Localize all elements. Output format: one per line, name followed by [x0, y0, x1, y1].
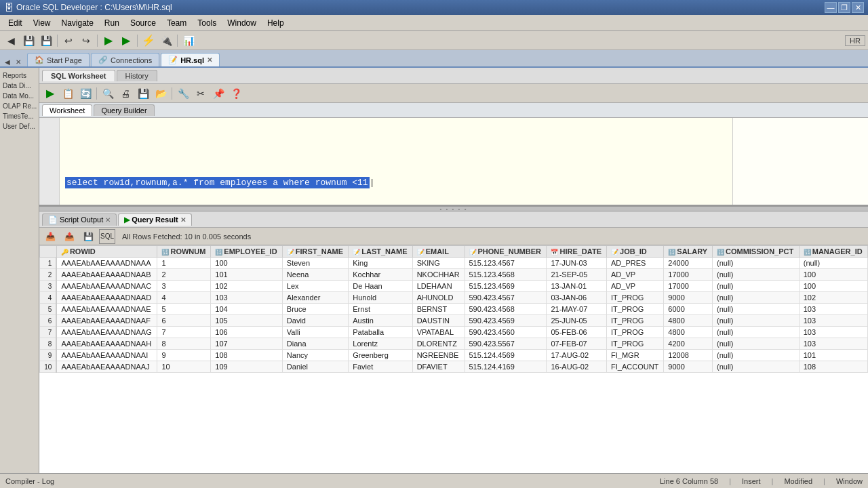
- sidebar-item-datadic[interactable]: Data Di...: [1, 81, 39, 91]
- minimize-button[interactable]: —: [825, 2, 837, 13]
- tab-sql-worksheet[interactable]: SQL Worksheet: [42, 70, 115, 81]
- editor-line-3: [65, 145, 727, 156]
- tab-scroll-left[interactable]: ◀: [3, 57, 12, 66]
- table-cell: Austin: [349, 315, 412, 327]
- col-empid-header[interactable]: 🔢EMPLOYEE_ID: [211, 246, 283, 258]
- restore-button[interactable]: ❐: [838, 2, 850, 13]
- query-result-close[interactable]: ✕: [180, 216, 186, 224]
- inner-tab-worksheet[interactable]: Worksheet: [42, 104, 92, 116]
- sql-clear[interactable]: 🖨: [117, 86, 134, 101]
- sql-help[interactable]: ❓: [228, 86, 244, 101]
- hr-sql-close[interactable]: ✕: [207, 56, 212, 64]
- sidebar-item-timesten[interactable]: TimesTe...: [1, 111, 39, 121]
- toolbar-run2[interactable]: ▶: [118, 33, 134, 48]
- table-cell: 102: [211, 281, 283, 292]
- sql-editor[interactable]: select rowid,rownum,a.* from employees a…: [60, 118, 732, 205]
- tab-nav-buttons: ◀ ✕: [3, 57, 23, 66]
- col-firstname-header[interactable]: 📝FIRST_NAME: [282, 246, 348, 258]
- toolbar-redo[interactable]: ↪: [78, 33, 94, 48]
- toolbar-undo[interactable]: ↩: [60, 33, 77, 48]
- sidebar-item-reports[interactable]: Reports: [1, 70, 39, 81]
- sql-auto-trace[interactable]: ✂: [193, 86, 209, 101]
- table-cell: 515.124.4569: [465, 350, 547, 361]
- compiler-log-tab[interactable]: Compiler - Log: [5, 477, 54, 485]
- table-cell: Bruce: [282, 304, 348, 315]
- table-cell: 4: [157, 292, 211, 304]
- output-sql[interactable]: SQL: [99, 229, 115, 244]
- sql-run-btn[interactable]: ▶: [42, 86, 58, 101]
- toolbar-back[interactable]: ◀: [3, 33, 19, 48]
- table-cell: DFAVIET: [412, 361, 465, 373]
- window-controls[interactable]: — ❐ ✕: [825, 2, 864, 13]
- menu-team[interactable]: Team: [161, 17, 192, 29]
- col-lastname-header[interactable]: 📝LAST_NAME: [349, 246, 412, 258]
- sql-explain[interactable]: 🔧: [175, 86, 191, 101]
- table-header-row: 🔑ROWID 🔢ROWNUM 🔢EMPLOYEE_ID 📝FIRST_NAME …: [40, 246, 868, 258]
- col-managerid-header[interactable]: 🔢MANAGER_ID: [799, 246, 867, 258]
- output-export[interactable]: 📤: [61, 229, 77, 244]
- output-freeze[interactable]: 📥: [42, 229, 58, 244]
- tab-script-output[interactable]: 📄 Script Output ✕: [42, 214, 117, 226]
- menu-source[interactable]: Source: [125, 17, 161, 29]
- toolbar-connect2[interactable]: 🔌: [158, 33, 174, 48]
- sidebar-item-userdef[interactable]: User Def...: [1, 121, 39, 131]
- sep4: [177, 35, 178, 47]
- col-commission-header[interactable]: 🔢COMMISSION_PCT: [712, 246, 799, 258]
- table-cell: 590.423.4568: [465, 304, 547, 315]
- menu-navigate[interactable]: Navigate: [56, 17, 98, 29]
- table-cell: (null): [712, 315, 799, 327]
- row-number: 5: [40, 304, 57, 315]
- connection-badge[interactable]: HR: [845, 35, 865, 46]
- toolbar-reports[interactable]: 📊: [180, 33, 197, 48]
- table-cell: 109: [211, 361, 283, 373]
- col-email-header[interactable]: 📝EMAIL: [412, 246, 465, 258]
- sql-save[interactable]: 💾: [135, 86, 151, 101]
- menu-edit[interactable]: Edit: [3, 17, 28, 29]
- col-phone-header[interactable]: 📝PHONE_NUMBER: [465, 246, 547, 258]
- toolbar-save2[interactable]: 💾: [38, 33, 54, 48]
- status-left: Compiler - Log: [5, 477, 54, 485]
- tab-query-result[interactable]: ▶ Query Result ✕: [118, 214, 191, 226]
- col-rownum-header: [40, 246, 57, 258]
- col-rowid-header[interactable]: 🔑ROWID: [56, 246, 157, 258]
- menu-tools[interactable]: Tools: [192, 17, 222, 29]
- sql-history[interactable]: 📌: [210, 86, 226, 101]
- table-cell: 03-JAN-06: [547, 292, 607, 304]
- menu-help[interactable]: Help: [262, 17, 290, 29]
- tab-history[interactable]: History: [117, 70, 157, 81]
- toolbar-save[interactable]: 💾: [20, 33, 37, 48]
- table-cell: 4800: [664, 315, 713, 327]
- col-salary-header[interactable]: 🔢SALARY: [664, 246, 713, 258]
- table-cell: 103: [799, 315, 867, 327]
- col-hiredate-header[interactable]: 📅HIRE_DATE: [547, 246, 607, 258]
- script-output-close[interactable]: ✕: [105, 216, 111, 224]
- results-table-container[interactable]: 🔑ROWID 🔢ROWNUM 🔢EMPLOYEE_ID 📝FIRST_NAME …: [39, 245, 868, 473]
- sidebar-item-olap[interactable]: OLAP Re...: [1, 101, 39, 111]
- menu-window[interactable]: Window: [222, 17, 262, 29]
- table-cell: 1: [157, 258, 211, 269]
- sql-open[interactable]: 📂: [153, 86, 169, 101]
- menu-run[interactable]: Run: [99, 17, 125, 29]
- cursor-position: Line 6 Column 58: [660, 477, 718, 485]
- sidebar-item-datamod[interactable]: Data Mo...: [1, 91, 39, 101]
- menu-view[interactable]: View: [28, 17, 56, 29]
- script-output-icon: 📄: [48, 216, 58, 224]
- start-page-icon: 🏠: [35, 56, 44, 64]
- output-save[interactable]: 💾: [80, 229, 96, 244]
- tab-start-page[interactable]: 🏠 Start Page: [27, 53, 90, 66]
- tab-close-all[interactable]: ✕: [14, 57, 23, 66]
- toolbar-run[interactable]: ▶: [100, 33, 117, 48]
- resize-handle[interactable]: • • • • •: [39, 206, 868, 211]
- tab-connections[interactable]: 🔗 Connections: [91, 53, 159, 66]
- table-cell: David: [282, 315, 348, 327]
- tab-hr-sql[interactable]: 📝 HR.sql ✕: [161, 53, 220, 66]
- sql-commit[interactable]: 🔄: [77, 86, 94, 101]
- sql-format[interactable]: 🔍: [100, 86, 116, 101]
- col-rownum-h[interactable]: 🔢ROWNUM: [157, 246, 211, 258]
- inner-tab-querybuilder[interactable]: Query Builder: [94, 104, 154, 116]
- editor-line-2: [65, 134, 727, 145]
- toolbar-connect[interactable]: ⚡: [140, 33, 157, 48]
- col-jobid-header[interactable]: 📝JOB_ID: [607, 246, 664, 258]
- sql-run-script[interactable]: 📋: [60, 86, 76, 101]
- close-button[interactable]: ✕: [852, 2, 864, 13]
